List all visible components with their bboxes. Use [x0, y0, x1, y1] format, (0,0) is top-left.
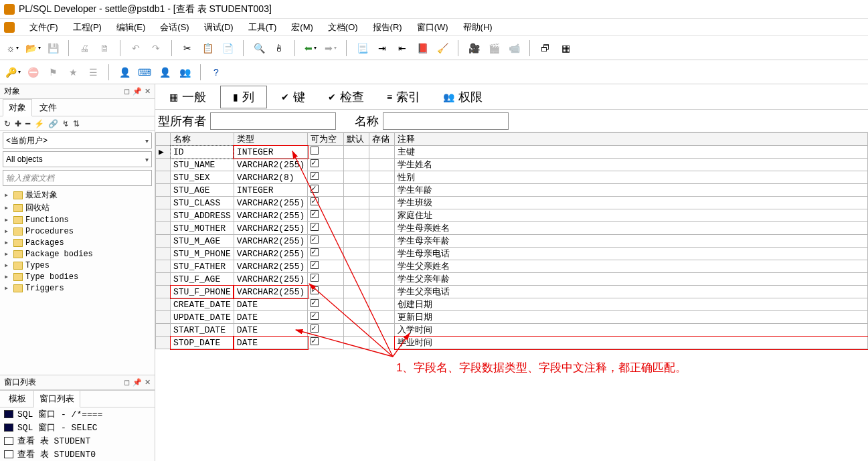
menu-item[interactable]: 工程(P)	[70, 20, 104, 35]
checkbox-icon[interactable]	[311, 274, 319, 282]
col-null-cell[interactable]	[308, 235, 344, 248]
col-comment-cell[interactable]: 学生父亲电话	[395, 286, 868, 298]
tree-item[interactable]: ▸Type bodies	[0, 271, 155, 282]
table-row[interactable]: STU_M_AGEVARCHAR2(255)学生母亲年龄	[156, 235, 868, 248]
table-row[interactable]: STU_M_PHONEVARCHAR2(255)学生母亲电话	[156, 248, 868, 260]
menu-item[interactable]: 会话(S)	[157, 20, 191, 35]
user-combo[interactable]: <当前用户> ▾	[3, 132, 152, 149]
col-null-cell[interactable]	[308, 248, 344, 260]
col-comment-cell[interactable]: 学生姓名	[395, 159, 868, 171]
col-type-cell[interactable]: DATE	[234, 298, 307, 311]
table-row[interactable]: STU_F_AGEVARCHAR2(255)学生父亲年龄	[156, 273, 868, 286]
grid-header[interactable]: 类型	[234, 133, 307, 146]
tree-item[interactable]: ▸Functions	[0, 214, 155, 225]
col-name-cell[interactable]: STU_M_AGE	[171, 235, 234, 248]
checkbox-icon[interactable]	[311, 147, 319, 155]
col-name-cell[interactable]: STU_AGE	[171, 184, 234, 197]
tab-检查[interactable]: ✔检查	[319, 86, 373, 108]
tree-item[interactable]: ▸Packages	[0, 237, 155, 248]
outdent-icon[interactable]: ⇤	[394, 39, 411, 57]
filter-combo[interactable]: All objects ▾	[3, 151, 152, 167]
col-type-cell[interactable]: VARCHAR2(255)	[234, 286, 307, 298]
col-default-cell[interactable]	[344, 235, 369, 248]
col-comment-cell[interactable]: 主键	[395, 146, 868, 159]
col-name-cell[interactable]: STU_F_PHONE	[171, 286, 234, 298]
indent-icon[interactable]: ⇥	[373, 39, 391, 57]
sql-icon[interactable]: ⌨	[136, 64, 153, 81]
col-null-cell[interactable]	[308, 311, 344, 324]
col-storage-cell[interactable]	[369, 171, 395, 184]
col-default-cell[interactable]	[344, 159, 369, 171]
table-row[interactable]: STU_CLASSVARCHAR2(255)学生班级	[156, 197, 868, 209]
tree-item[interactable]: ▸Package bodies	[0, 248, 155, 260]
col-comment-cell[interactable]: 家庭住址	[395, 209, 868, 222]
user-cyan-icon[interactable]: 👤	[116, 64, 133, 81]
mini-tool-icon[interactable]: ⚡	[34, 119, 44, 128]
col-name-cell[interactable]: STU_SEX	[171, 171, 234, 184]
table-row[interactable]: STU_ADDRESSVARCHAR2(255)家庭住址	[156, 209, 868, 222]
table-row[interactable]: STU_MOTHERVARCHAR2(255)学生母亲姓名	[156, 222, 868, 235]
col-storage-cell[interactable]	[369, 197, 395, 209]
col-comment-cell[interactable]: 学生母亲姓名	[395, 222, 868, 235]
dock-icon[interactable]: ◻	[124, 87, 130, 96]
checkbox-icon[interactable]	[311, 223, 319, 231]
col-storage-cell[interactable]	[369, 311, 395, 324]
col-default-cell[interactable]	[344, 311, 369, 324]
col-default-cell[interactable]	[344, 209, 369, 222]
table-row[interactable]: STU_FATHERVARCHAR2(255)学生父亲姓名	[156, 260, 868, 273]
col-comment-cell[interactable]: 毕业时间	[395, 337, 868, 349]
col-comment-cell[interactable]: 学生母亲电话	[395, 248, 868, 260]
tab-键[interactable]: ✔键	[272, 86, 314, 108]
col-null-cell[interactable]	[308, 298, 344, 311]
tree-item[interactable]: ▸Procedures	[0, 225, 155, 237]
col-default-cell[interactable]	[344, 286, 369, 298]
objects-subtab[interactable]: 对象	[3, 99, 32, 116]
tree-item[interactable]: ▸Types	[0, 260, 155, 271]
col-name-cell[interactable]: STU_NAME	[171, 159, 234, 171]
col-default-cell[interactable]	[344, 298, 369, 311]
menu-item[interactable]: 帮助(H)	[460, 20, 495, 35]
col-name-cell[interactable]: STU_MOTHER	[171, 222, 234, 235]
tab-列[interactable]: ▮列	[220, 86, 267, 108]
windows-icon[interactable]: 🗗	[537, 39, 554, 57]
col-name-cell[interactable]: CREATE_DATE	[171, 298, 234, 311]
col-type-cell[interactable]: VARCHAR2(255)	[234, 197, 307, 209]
table-row[interactable]: START_DATEDATE入学时间	[156, 324, 868, 337]
col-storage-cell[interactable]	[369, 222, 395, 235]
col-storage-cell[interactable]	[369, 184, 395, 197]
col-name-cell[interactable]: STU_CLASS	[171, 197, 234, 209]
mini-tool-icon[interactable]: 🔗	[48, 119, 58, 128]
col-type-cell[interactable]: VARCHAR2(255)	[234, 273, 307, 286]
mini-tool-icon[interactable]: ↯	[62, 119, 69, 128]
col-storage-cell[interactable]	[369, 286, 395, 298]
table-row[interactable]: CREATE_DATEDATE创建日期	[156, 298, 868, 311]
help-icon[interactable]: ?	[207, 64, 225, 81]
col-type-cell[interactable]: DATE	[234, 337, 307, 349]
tab-权限[interactable]: 👥权限	[434, 86, 491, 108]
menu-item[interactable]: 文档(O)	[325, 20, 361, 35]
col-null-cell[interactable]	[308, 286, 344, 298]
menu-item[interactable]: 宏(M)	[288, 20, 316, 35]
col-type-cell[interactable]: VARCHAR2(255)	[234, 248, 307, 260]
col-default-cell[interactable]	[344, 248, 369, 260]
grid-header[interactable]: 存储	[369, 133, 395, 146]
col-default-cell[interactable]	[344, 197, 369, 209]
name-field[interactable]	[383, 112, 509, 130]
mini-tool-icon[interactable]: ⇅	[73, 119, 80, 128]
checkbox-icon[interactable]	[311, 261, 319, 269]
col-name-cell[interactable]: STU_ADDRESS	[171, 209, 234, 222]
tab-索引[interactable]: ≡索引	[378, 86, 429, 108]
user-red-icon[interactable]: 👤	[156, 64, 173, 81]
col-name-cell[interactable]: STU_FATHER	[171, 260, 234, 273]
col-comment-cell[interactable]: 学生年龄	[395, 184, 868, 197]
tree-item[interactable]: ▸Triggers	[0, 282, 155, 294]
close-icon[interactable]: ✕	[145, 87, 151, 96]
checkbox-icon[interactable]	[311, 185, 319, 193]
grid-icon[interactable]: ▦	[557, 39, 574, 57]
col-name-cell[interactable]: ID	[171, 146, 234, 159]
menu-item[interactable]: 报告(R)	[370, 20, 405, 35]
pin-icon[interactable]: 📌	[133, 378, 142, 387]
col-name-cell[interactable]: START_DATE	[171, 324, 234, 337]
search-input[interactable]: 输入搜索文档	[3, 170, 152, 186]
cam1-icon[interactable]: 🎥	[465, 39, 483, 57]
